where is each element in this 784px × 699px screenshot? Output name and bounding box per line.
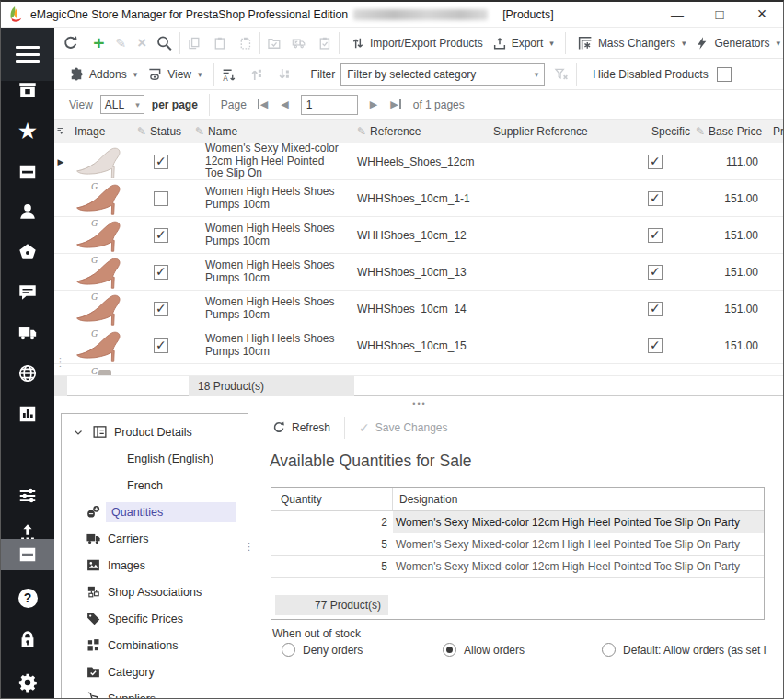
- column-header-supplier-reference[interactable]: Supplier Reference: [480, 125, 618, 138]
- table-row[interactable]: GWomen High Heels Shoes Pumps 10cmWHHSho…: [54, 180, 784, 217]
- sidebar-item-international[interactable]: [1, 361, 54, 386]
- sidebar-item-statistics[interactable]: [1, 401, 54, 427]
- sidebar-item-preferences[interactable]: [1, 483, 54, 509]
- specific-checkbox[interactable]: [648, 338, 663, 353]
- tree-item-quantities[interactable]: Quantities: [62, 498, 248, 525]
- column-header-name[interactable]: ✎Name: [189, 125, 350, 138]
- next-page-button[interactable]: ▶: [370, 98, 377, 110]
- specific-checkbox[interactable]: [648, 265, 663, 280]
- quantity-row[interactable]: 5Women's Sexy Mixed-color 12cm High Heel…: [271, 556, 764, 578]
- sidebar-item-messages[interactable]: [1, 280, 54, 305]
- quantity-row[interactable]: 2Women's Sexy Mixed-color 12cm High Heel…: [271, 511, 764, 533]
- column-header-reference[interactable]: ✎Reference: [350, 125, 480, 138]
- horizontal-splitter[interactable]: •••: [54, 397, 784, 410]
- left-grip-handle[interactable]: ···: [55, 357, 65, 369]
- radio-button[interactable]: [443, 643, 456, 657]
- column-header-image[interactable]: Image: [67, 125, 133, 138]
- edit-product-button[interactable]: ✎: [116, 36, 127, 51]
- status-checkbox[interactable]: [154, 155, 168, 169]
- tree-header-product-details[interactable]: Product Details: [62, 418, 248, 445]
- refresh-button[interactable]: Refresh: [264, 420, 338, 435]
- column-header-price[interactable]: Pri: [767, 125, 784, 138]
- paste-special-icon[interactable]: [238, 35, 253, 52]
- sidebar-item-store[interactable]: [1, 77, 54, 103]
- move-up-icon[interactable]: [248, 66, 265, 83]
- radio-option-deny-orders[interactable]: Deny orders: [282, 643, 363, 657]
- table-row[interactable]: GWomen High Heels Shoes Pumps 10cmWHHSho…: [54, 254, 784, 291]
- sidebar-item-help[interactable]: ?: [1, 585, 54, 611]
- specific-checkbox[interactable]: [648, 191, 663, 206]
- previous-page-button[interactable]: ◀: [281, 98, 288, 110]
- addons-button[interactable]: Addons ▾: [68, 66, 137, 83]
- column-header-status[interactable]: ✎Status: [133, 125, 189, 138]
- save-changes-button[interactable]: ✓ Save Changes: [352, 420, 455, 435]
- category-filter-select[interactable]: Filter by selected category ▾: [340, 63, 545, 86]
- minimize-button[interactable]: —: [656, 2, 698, 27]
- column-header-base-price[interactable]: ✎Base Price: [692, 125, 767, 138]
- page-size-select[interactable]: ALL ▾: [100, 95, 144, 114]
- tree-item-carriers[interactable]: Carriers: [62, 525, 248, 552]
- tree-item-category[interactable]: Category: [62, 659, 248, 685]
- table-row[interactable]: ▶Women's Sexy Mixed-color 12cm High Heel…: [54, 143, 784, 180]
- add-product-button[interactable]: +: [93, 35, 104, 52]
- clipboard-check-icon[interactable]: [317, 35, 332, 52]
- column-header-quantity[interactable]: Quantity: [271, 488, 393, 510]
- tree-item-combinations[interactable]: Combinations: [62, 632, 248, 659]
- tree-item-images[interactable]: Images: [62, 552, 248, 579]
- generators-button[interactable]: Generators ▾: [695, 36, 780, 51]
- table-row[interactable]: GWomen High Heels Shoes Pumps 10cmWHHSho…: [54, 327, 784, 364]
- quantity-row[interactable]: 5Women's Sexy Mixed-color 12cm High Heel…: [271, 533, 764, 556]
- tree-item-shop-associations[interactable]: Shop Associations: [62, 579, 248, 605]
- sort-icon[interactable]: A: [221, 66, 237, 83]
- grid-options-icon[interactable]: [56, 125, 67, 138]
- sidebar-item-products[interactable]: [1, 539, 54, 570]
- tree-item-french[interactable]: French: [62, 472, 248, 498]
- sidebar-item-orders[interactable]: [1, 159, 54, 185]
- tree-item-english-english[interactable]: English (English): [62, 445, 248, 472]
- sidebar-item-carriers[interactable]: [1, 320, 54, 346]
- export-button[interactable]: Export ▾: [492, 36, 554, 51]
- status-checkbox[interactable]: [154, 191, 168, 206]
- sidebar-item-shop[interactable]: [1, 239, 54, 265]
- close-button[interactable]: ×: [741, 2, 783, 27]
- specific-checkbox[interactable]: [648, 302, 663, 316]
- mass-changers-button[interactable]: Mass Changers ▾: [577, 35, 686, 52]
- vertical-splitter[interactable]: ⋮: [244, 544, 249, 549]
- status-checkbox[interactable]: [154, 265, 168, 280]
- column-header-designation[interactable]: Designation: [393, 493, 764, 506]
- table-row[interactable]: GWomen High Heels Shoes Pumps 10cmWHHSho…: [54, 217, 784, 254]
- hide-disabled-checkbox[interactable]: [717, 67, 732, 82]
- copy-icon[interactable]: [187, 35, 202, 52]
- import-export-button[interactable]: Import/Export Products: [351, 36, 483, 51]
- page-number-input[interactable]: [301, 95, 358, 115]
- table-row[interactable]: GWomen High Heels Shoes Pumps 10cmWHHSho…: [54, 291, 784, 327]
- truck-cancel-icon[interactable]: [292, 35, 306, 52]
- radio-option-default-allow-orders-as-set-i[interactable]: Default: Allow orders (as set i: [602, 643, 766, 657]
- clear-filter-icon[interactable]: [553, 66, 570, 83]
- move-down-icon[interactable]: [276, 66, 293, 83]
- column-header-specific[interactable]: Specific: [618, 125, 692, 138]
- search-icon[interactable]: [156, 33, 173, 53]
- delete-product-button[interactable]: ×: [137, 36, 146, 51]
- folder-check-icon[interactable]: [267, 35, 282, 52]
- specific-checkbox[interactable]: [648, 155, 663, 169]
- tree-item-specific-prices[interactable]: Specific Prices: [62, 605, 248, 632]
- status-checkbox[interactable]: [154, 338, 168, 353]
- radio-button[interactable]: [282, 643, 295, 657]
- paste-icon[interactable]: [213, 35, 227, 52]
- last-page-button[interactable]: ▶: [390, 98, 400, 110]
- sidebar-item-addons[interactable]: [1, 441, 54, 467]
- radio-option-allow-orders[interactable]: Allow orders: [443, 643, 525, 657]
- maximize-button[interactable]: □: [698, 2, 741, 27]
- status-checkbox[interactable]: [154, 302, 168, 316]
- specific-checkbox[interactable]: [648, 228, 663, 243]
- refresh-icon[interactable]: [62, 33, 79, 53]
- sidebar-item-settings[interactable]: [1, 670, 54, 695]
- sidebar-item-security[interactable]: [1, 626, 54, 652]
- sidebar-item-customers[interactable]: [1, 199, 54, 224]
- tree-item-suppliers[interactable]: Suppliers: [62, 685, 248, 699]
- radio-button[interactable]: [602, 643, 616, 657]
- status-checkbox[interactable]: [154, 228, 168, 243]
- first-page-button[interactable]: ◀: [258, 98, 268, 110]
- sidebar-menu-button[interactable]: [1, 28, 54, 81]
